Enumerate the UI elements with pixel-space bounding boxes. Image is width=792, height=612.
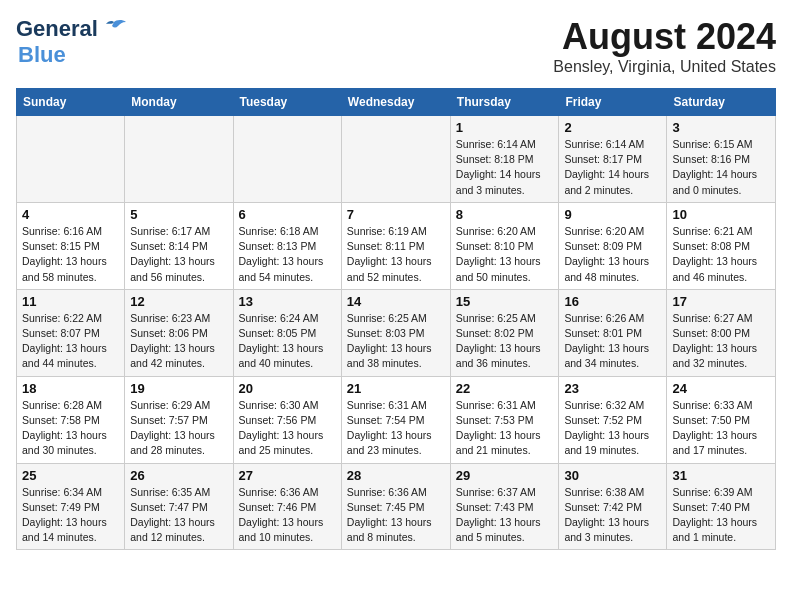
day-number: 13 bbox=[239, 294, 336, 309]
logo-blue: Blue bbox=[18, 42, 66, 67]
calendar-day-header: Friday bbox=[559, 89, 667, 116]
day-number: 30 bbox=[564, 468, 661, 483]
logo-general: General bbox=[16, 16, 98, 42]
day-number: 6 bbox=[239, 207, 336, 222]
day-number: 18 bbox=[22, 381, 119, 396]
calendar-cell bbox=[233, 116, 341, 203]
day-number: 23 bbox=[564, 381, 661, 396]
calendar-cell: 29Sunrise: 6:37 AM Sunset: 7:43 PM Dayli… bbox=[450, 463, 559, 550]
calendar-cell: 3Sunrise: 6:15 AM Sunset: 8:16 PM Daylig… bbox=[667, 116, 776, 203]
calendar-cell: 5Sunrise: 6:17 AM Sunset: 8:14 PM Daylig… bbox=[125, 202, 233, 289]
day-info: Sunrise: 6:18 AM Sunset: 8:13 PM Dayligh… bbox=[239, 224, 336, 285]
calendar-cell: 22Sunrise: 6:31 AM Sunset: 7:53 PM Dayli… bbox=[450, 376, 559, 463]
day-number: 7 bbox=[347, 207, 445, 222]
day-info: Sunrise: 6:31 AM Sunset: 7:54 PM Dayligh… bbox=[347, 398, 445, 459]
day-info: Sunrise: 6:36 AM Sunset: 7:45 PM Dayligh… bbox=[347, 485, 445, 546]
page-title: August 2024 bbox=[553, 16, 776, 58]
day-number: 3 bbox=[672, 120, 770, 135]
page-subtitle: Bensley, Virginia, United States bbox=[553, 58, 776, 76]
day-number: 25 bbox=[22, 468, 119, 483]
day-number: 5 bbox=[130, 207, 227, 222]
calendar-cell: 26Sunrise: 6:35 AM Sunset: 7:47 PM Dayli… bbox=[125, 463, 233, 550]
day-number: 12 bbox=[130, 294, 227, 309]
calendar-cell: 2Sunrise: 6:14 AM Sunset: 8:17 PM Daylig… bbox=[559, 116, 667, 203]
day-info: Sunrise: 6:33 AM Sunset: 7:50 PM Dayligh… bbox=[672, 398, 770, 459]
day-number: 11 bbox=[22, 294, 119, 309]
day-number: 16 bbox=[564, 294, 661, 309]
calendar-day-header: Wednesday bbox=[341, 89, 450, 116]
calendar-week-row: 1Sunrise: 6:14 AM Sunset: 8:18 PM Daylig… bbox=[17, 116, 776, 203]
day-info: Sunrise: 6:30 AM Sunset: 7:56 PM Dayligh… bbox=[239, 398, 336, 459]
calendar-cell: 15Sunrise: 6:25 AM Sunset: 8:02 PM Dayli… bbox=[450, 289, 559, 376]
day-info: Sunrise: 6:25 AM Sunset: 8:03 PM Dayligh… bbox=[347, 311, 445, 372]
day-info: Sunrise: 6:22 AM Sunset: 8:07 PM Dayligh… bbox=[22, 311, 119, 372]
day-info: Sunrise: 6:27 AM Sunset: 8:00 PM Dayligh… bbox=[672, 311, 770, 372]
day-number: 24 bbox=[672, 381, 770, 396]
calendar-day-header: Thursday bbox=[450, 89, 559, 116]
calendar-week-row: 25Sunrise: 6:34 AM Sunset: 7:49 PM Dayli… bbox=[17, 463, 776, 550]
day-info: Sunrise: 6:29 AM Sunset: 7:57 PM Dayligh… bbox=[130, 398, 227, 459]
day-number: 26 bbox=[130, 468, 227, 483]
day-info: Sunrise: 6:31 AM Sunset: 7:53 PM Dayligh… bbox=[456, 398, 554, 459]
calendar-week-row: 18Sunrise: 6:28 AM Sunset: 7:58 PM Dayli… bbox=[17, 376, 776, 463]
day-number: 9 bbox=[564, 207, 661, 222]
calendar-cell: 4Sunrise: 6:16 AM Sunset: 8:15 PM Daylig… bbox=[17, 202, 125, 289]
day-number: 31 bbox=[672, 468, 770, 483]
title-block: August 2024 Bensley, Virginia, United St… bbox=[553, 16, 776, 76]
day-info: Sunrise: 6:28 AM Sunset: 7:58 PM Dayligh… bbox=[22, 398, 119, 459]
day-info: Sunrise: 6:20 AM Sunset: 8:09 PM Dayligh… bbox=[564, 224, 661, 285]
day-number: 19 bbox=[130, 381, 227, 396]
calendar-week-row: 4Sunrise: 6:16 AM Sunset: 8:15 PM Daylig… bbox=[17, 202, 776, 289]
day-info: Sunrise: 6:20 AM Sunset: 8:10 PM Dayligh… bbox=[456, 224, 554, 285]
day-number: 22 bbox=[456, 381, 554, 396]
calendar-cell: 11Sunrise: 6:22 AM Sunset: 8:07 PM Dayli… bbox=[17, 289, 125, 376]
day-info: Sunrise: 6:35 AM Sunset: 7:47 PM Dayligh… bbox=[130, 485, 227, 546]
calendar-cell: 6Sunrise: 6:18 AM Sunset: 8:13 PM Daylig… bbox=[233, 202, 341, 289]
calendar-cell: 18Sunrise: 6:28 AM Sunset: 7:58 PM Dayli… bbox=[17, 376, 125, 463]
calendar-table: SundayMondayTuesdayWednesdayThursdayFrid… bbox=[16, 88, 776, 550]
calendar-cell: 12Sunrise: 6:23 AM Sunset: 8:06 PM Dayli… bbox=[125, 289, 233, 376]
day-info: Sunrise: 6:36 AM Sunset: 7:46 PM Dayligh… bbox=[239, 485, 336, 546]
calendar-cell: 9Sunrise: 6:20 AM Sunset: 8:09 PM Daylig… bbox=[559, 202, 667, 289]
day-info: Sunrise: 6:14 AM Sunset: 8:17 PM Dayligh… bbox=[564, 137, 661, 198]
calendar-cell: 19Sunrise: 6:29 AM Sunset: 7:57 PM Dayli… bbox=[125, 376, 233, 463]
day-number: 8 bbox=[456, 207, 554, 222]
day-number: 1 bbox=[456, 120, 554, 135]
calendar-day-header: Monday bbox=[125, 89, 233, 116]
day-number: 21 bbox=[347, 381, 445, 396]
day-info: Sunrise: 6:23 AM Sunset: 8:06 PM Dayligh… bbox=[130, 311, 227, 372]
day-number: 10 bbox=[672, 207, 770, 222]
calendar-day-header: Saturday bbox=[667, 89, 776, 116]
calendar-cell: 23Sunrise: 6:32 AM Sunset: 7:52 PM Dayli… bbox=[559, 376, 667, 463]
day-info: Sunrise: 6:15 AM Sunset: 8:16 PM Dayligh… bbox=[672, 137, 770, 198]
calendar-cell bbox=[125, 116, 233, 203]
calendar-header-row: SundayMondayTuesdayWednesdayThursdayFrid… bbox=[17, 89, 776, 116]
day-info: Sunrise: 6:32 AM Sunset: 7:52 PM Dayligh… bbox=[564, 398, 661, 459]
calendar-cell: 8Sunrise: 6:20 AM Sunset: 8:10 PM Daylig… bbox=[450, 202, 559, 289]
calendar-cell: 25Sunrise: 6:34 AM Sunset: 7:49 PM Dayli… bbox=[17, 463, 125, 550]
day-number: 20 bbox=[239, 381, 336, 396]
day-info: Sunrise: 6:34 AM Sunset: 7:49 PM Dayligh… bbox=[22, 485, 119, 546]
calendar-cell: 27Sunrise: 6:36 AM Sunset: 7:46 PM Dayli… bbox=[233, 463, 341, 550]
logo-bird-icon bbox=[100, 18, 128, 40]
calendar-cell bbox=[341, 116, 450, 203]
day-info: Sunrise: 6:14 AM Sunset: 8:18 PM Dayligh… bbox=[456, 137, 554, 198]
calendar-cell: 7Sunrise: 6:19 AM Sunset: 8:11 PM Daylig… bbox=[341, 202, 450, 289]
day-number: 2 bbox=[564, 120, 661, 135]
day-number: 4 bbox=[22, 207, 119, 222]
day-info: Sunrise: 6:26 AM Sunset: 8:01 PM Dayligh… bbox=[564, 311, 661, 372]
calendar-cell: 1Sunrise: 6:14 AM Sunset: 8:18 PM Daylig… bbox=[450, 116, 559, 203]
day-number: 15 bbox=[456, 294, 554, 309]
calendar-cell: 10Sunrise: 6:21 AM Sunset: 8:08 PM Dayli… bbox=[667, 202, 776, 289]
day-number: 17 bbox=[672, 294, 770, 309]
day-info: Sunrise: 6:25 AM Sunset: 8:02 PM Dayligh… bbox=[456, 311, 554, 372]
day-info: Sunrise: 6:19 AM Sunset: 8:11 PM Dayligh… bbox=[347, 224, 445, 285]
calendar-cell: 28Sunrise: 6:36 AM Sunset: 7:45 PM Dayli… bbox=[341, 463, 450, 550]
day-number: 14 bbox=[347, 294, 445, 309]
day-number: 28 bbox=[347, 468, 445, 483]
calendar-week-row: 11Sunrise: 6:22 AM Sunset: 8:07 PM Dayli… bbox=[17, 289, 776, 376]
day-info: Sunrise: 6:37 AM Sunset: 7:43 PM Dayligh… bbox=[456, 485, 554, 546]
calendar-cell: 20Sunrise: 6:30 AM Sunset: 7:56 PM Dayli… bbox=[233, 376, 341, 463]
day-info: Sunrise: 6:17 AM Sunset: 8:14 PM Dayligh… bbox=[130, 224, 227, 285]
calendar-cell: 31Sunrise: 6:39 AM Sunset: 7:40 PM Dayli… bbox=[667, 463, 776, 550]
